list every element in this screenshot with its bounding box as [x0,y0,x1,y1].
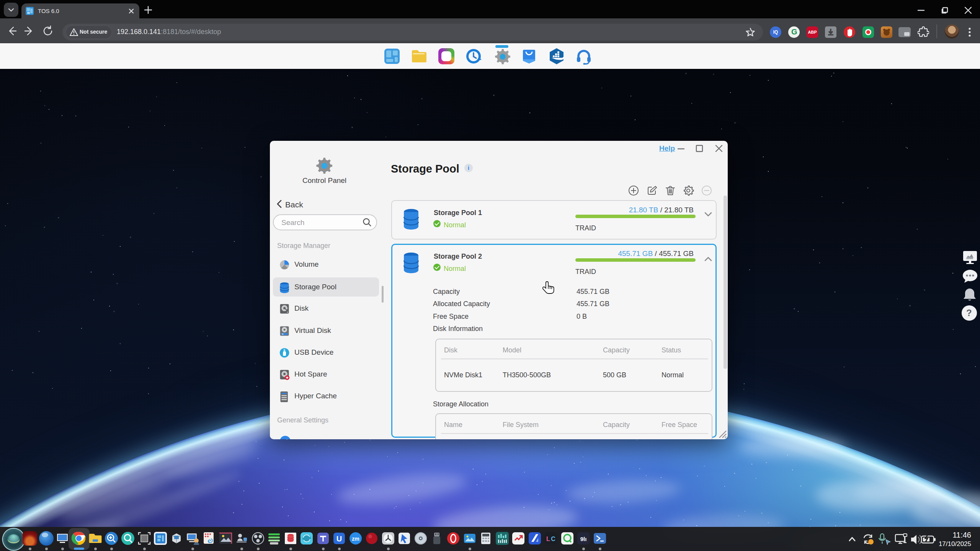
svg-text:9lı: 9lı [580,536,587,542]
svg-text:zm: zm [352,536,359,542]
svg-text:U: U [336,535,342,543]
svg-text:L: L [546,536,550,542]
svg-text:C: C [551,536,555,542]
